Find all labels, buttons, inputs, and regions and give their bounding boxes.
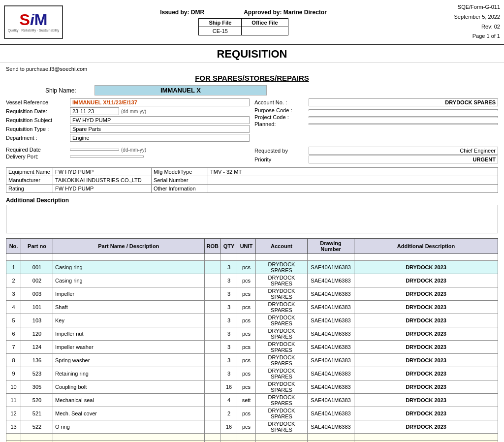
vessel-ref-row: Vessel Reference IMMANUEL X/11/23/E/137 <box>6 98 250 106</box>
priority-label: Priority <box>254 157 309 162</box>
col-account: Account <box>256 239 308 254</box>
table-row-empty <box>6 434 498 441</box>
col-description: Part Name / Description <box>53 239 205 254</box>
account-value: DRYDOCK SPARES <box>309 98 498 106</box>
issued-approved-row: Issued by: DMR Approved by: Marine Direc… <box>160 9 327 16</box>
requested-by-label: Requested by <box>254 148 309 154</box>
planned-row: Planned: <box>254 121 498 127</box>
main-content: Send to purchase.f3@soechi.com FOR SPARE… <box>0 63 504 442</box>
req-subject-row: Requisition Subject FW HYD PUMP <box>6 116 250 124</box>
rating-label: Rating <box>6 185 53 193</box>
planned-value <box>309 123 498 125</box>
dept-value: Engine <box>70 134 250 142</box>
delivery-row: Required Date (dd-mm-yy) Delivery Port: … <box>6 147 498 163</box>
logo-m: M <box>34 11 48 29</box>
form-rev: Rev: 02 <box>407 22 500 32</box>
req-type-row: Requisition Type : Spare Parts <box>6 125 250 133</box>
required-date-label: Required Date <box>6 147 70 153</box>
serial-number-value <box>208 176 498 185</box>
files-table: Ship File Office File CE-15 <box>198 18 288 35</box>
req-date-value: 23-11-23 <box>70 107 119 115</box>
project-value <box>309 116 498 118</box>
ship-name-label: Ship Name: <box>45 87 94 94</box>
vessel-ref-label: Vessel Reference <box>6 99 70 105</box>
table-row: 8136Spring washer3pcsDRYDOCK SPARESSAE40… <box>6 354 498 367</box>
serial-number-label: Serial Number <box>152 176 208 185</box>
approved-by: Approved by: Marine Director <box>244 9 327 16</box>
send-to: Send to purchase.f3@soechi.com <box>6 66 498 72</box>
purpose-label: Purpose Code : <box>254 107 309 113</box>
mfg-model-value: TMV - 32 MT <box>208 168 498 176</box>
equipment-table: Equipment Name FW HYD PUMP Mfg Model/Typ… <box>6 167 498 193</box>
col-no: No. <box>6 239 21 254</box>
req-date-row: Requisition Date: 23-11-23 (dd-mm-yy) <box>6 107 250 115</box>
table-row: 6120Impeller nut3pcsDRYDOCK SPARESSAE40A… <box>6 327 498 341</box>
priority-row: Priority URGENT <box>254 156 498 163</box>
table-row: 3003Impeller3pcsDRYDOCK SPARESSAE40A1M63… <box>6 287 498 301</box>
required-date-row: Required Date (dd-mm-yy) <box>6 147 250 153</box>
ship-file-header: Ship File <box>199 18 242 27</box>
form-info: SQE/Form-G-011 September 5, 2022 Rev: 02… <box>407 2 500 41</box>
form-page: Page 1 of 1 <box>407 32 500 41</box>
delivery-port-value <box>70 156 144 158</box>
office-file-header: Office File <box>242 18 288 27</box>
manufacturer-value: TAIKOKIKAI INDUSTRIES CO.,LTD <box>53 176 152 185</box>
dept-label: Department : <box>6 135 70 141</box>
purpose-value <box>309 109 498 111</box>
delivery-left: Required Date (dd-mm-yy) Delivery Port: <box>6 147 250 163</box>
mfg-model-label: Mfg Model/Type <box>152 168 208 176</box>
delivery-right: Requested by Chief Engineer Priority URG… <box>254 147 498 163</box>
table-row: 12521Mech. Seal cover2pcsDRYDOCK SPARESS… <box>6 407 498 420</box>
rating-value: FW HYD PUMP <box>53 185 152 193</box>
table-row: 2002Casing ring3pcsDRYDOCK SPARESSAE40A1… <box>6 274 498 287</box>
add-desc-label: Additional Description <box>6 197 498 204</box>
required-date-hint: (dd-mm-yy) <box>121 147 146 153</box>
col-rob: ROB <box>204 239 220 254</box>
col-part-no: Part no <box>21 239 53 254</box>
equip-name-label: Equipment Name <box>6 168 53 176</box>
form-date: September 5, 2022 <box>407 12 500 22</box>
empty-row-cell <box>6 254 21 261</box>
page-header: SiM Quality · Reliability · Sustainabili… <box>0 0 504 45</box>
account-label: Account No. : <box>254 99 309 105</box>
logo-i: i <box>30 11 34 29</box>
form-left: Vessel Reference IMMANUEL X/11/23/E/137 … <box>6 98 250 143</box>
required-date-value <box>70 149 119 151</box>
table-row: 4101Shaft3pcsDRYDOCK SPARESSAE40A1M6383D… <box>6 301 498 314</box>
form-fields: Vessel Reference IMMANUEL X/11/23/E/137 … <box>6 98 498 143</box>
table-row: 13522O ring16pcsDRYDOCK SPARESSAE40A1M63… <box>6 420 498 434</box>
parts-table: No. Part no Part Name / Description ROB … <box>6 238 498 442</box>
req-subject-value: FW HYD PUMP <box>70 116 250 124</box>
ship-name-value: IMMANUEL X <box>94 85 267 95</box>
req-type-value: Spare Parts <box>70 125 250 133</box>
planned-label: Planned: <box>254 121 309 127</box>
col-qty: QTY <box>221 239 237 254</box>
requested-by-row: Requested by Chief Engineer <box>254 147 498 155</box>
table-row: 11520Mechanical seal4settDRYDOCK SPARESS… <box>6 394 498 407</box>
logo-area: SiM Quality · Reliability · Sustainabili… <box>4 5 80 39</box>
table-row: 9523Retaining ring3pcsDRYDOCK SPARESSAE4… <box>6 367 498 380</box>
logo-s: S <box>20 11 30 29</box>
table-row: 10305Coupling bolt16pcsDRYDOCK SPARESSAE… <box>6 380 498 394</box>
for-spares-title: FOR SPARES/STORES/REPAIRS <box>6 74 498 82</box>
page-title: REQUISITION <box>0 45 504 63</box>
equip-name-value: FW HYD PUMP <box>53 168 152 176</box>
ship-file-value: CE-15 <box>199 27 242 35</box>
add-desc-box <box>6 205 498 233</box>
table-row: 7124Impeller washer3pcsDRYDOCK SPARESSAE… <box>6 341 498 354</box>
dept-row: Department : Engine <box>6 134 250 142</box>
requested-by-value: Chief Engineer <box>309 147 498 155</box>
req-date-label: Requisition Date: <box>6 108 70 114</box>
account-row: Account No. : DRYDOCK SPARES <box>254 98 498 106</box>
header-center: Issued by: DMR Approved by: Marine Direc… <box>80 9 407 35</box>
logo-text: SiM <box>20 12 48 28</box>
project-row: Project Code : <box>254 114 498 120</box>
vessel-ref-value: IMMANUEL X/11/23/E/137 <box>70 98 250 106</box>
other-info-value <box>208 185 498 193</box>
form-number: SQE/Form-G-011 <box>407 2 500 12</box>
project-label: Project Code : <box>254 114 309 120</box>
ship-name-row: Ship Name: IMMANUEL X <box>6 85 498 95</box>
req-type-label: Requisition Type : <box>6 126 70 132</box>
delivery-port-row: Delivery Port: <box>6 154 250 159</box>
table-row: 5103Key3pcsDRYDOCK SPARESSAE40A1M6383DRY… <box>6 314 498 327</box>
